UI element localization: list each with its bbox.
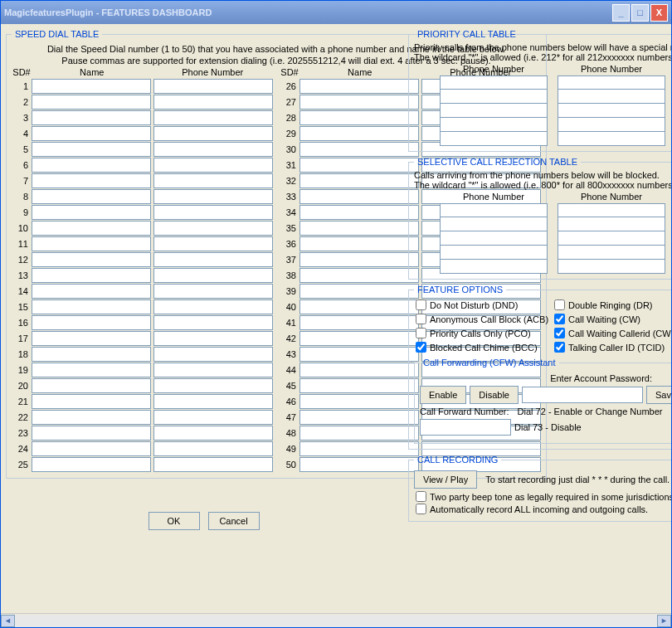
sd-phone-input[interactable] bbox=[153, 252, 273, 267]
sd-name-input[interactable] bbox=[299, 110, 419, 125]
beep-checkbox[interactable] bbox=[416, 491, 426, 502]
sd-name-input[interactable] bbox=[32, 79, 151, 94]
priority-phone-input[interactable] bbox=[558, 90, 665, 104]
sd-name-input[interactable] bbox=[299, 221, 419, 236]
sd-name-input[interactable] bbox=[299, 315, 419, 330]
sd-phone-input[interactable] bbox=[153, 441, 273, 456]
priority-phone-input[interactable] bbox=[440, 75, 548, 90]
sd-phone-input[interactable] bbox=[153, 410, 273, 425]
sd-name-input[interactable] bbox=[32, 173, 151, 188]
sd-name-input[interactable] bbox=[299, 142, 419, 157]
sd-phone-input[interactable] bbox=[153, 299, 273, 314]
sd-name-input[interactable] bbox=[299, 457, 419, 472]
sd-phone-input[interactable] bbox=[153, 315, 273, 330]
option-acb[interactable]: Anonymous Call Block (ACB) bbox=[414, 314, 553, 324]
sd-name-input[interactable] bbox=[299, 158, 419, 173]
sd-name-input[interactable] bbox=[32, 158, 151, 173]
maximize-button[interactable]: □ bbox=[631, 4, 649, 22]
sd-phone-input[interactable] bbox=[153, 95, 273, 110]
sd-phone-input[interactable] bbox=[153, 378, 273, 393]
sd-name-input[interactable] bbox=[32, 110, 151, 125]
pco-checkbox[interactable] bbox=[416, 328, 426, 338]
bcc-checkbox[interactable] bbox=[416, 342, 426, 353]
scroll-right-button[interactable]: ► bbox=[657, 615, 671, 627]
sd-phone-input[interactable] bbox=[153, 331, 273, 346]
sd-name-input[interactable] bbox=[299, 426, 419, 441]
cw-checkbox[interactable] bbox=[554, 314, 565, 324]
sd-phone-input[interactable] bbox=[153, 457, 273, 472]
reject-phone-input[interactable] bbox=[558, 260, 665, 274]
sd-phone-input[interactable] bbox=[153, 284, 273, 299]
option-dnd[interactable]: Do Not Disturb (DND) bbox=[414, 299, 553, 310]
sd-name-input[interactable] bbox=[32, 378, 151, 393]
sd-name-input[interactable] bbox=[299, 173, 419, 188]
sd-phone-input[interactable] bbox=[153, 347, 273, 362]
sd-name-input[interactable] bbox=[299, 95, 419, 110]
sd-name-input[interactable] bbox=[32, 457, 151, 472]
sd-phone-input[interactable] bbox=[153, 142, 273, 157]
sd-name-input[interactable] bbox=[32, 126, 151, 141]
sd-phone-input[interactable] bbox=[153, 221, 273, 236]
option-cwcid[interactable]: Call Waiting Callerid (CWCID) bbox=[553, 328, 671, 338]
cfw-save-button[interactable]: Save bbox=[646, 386, 671, 404]
priority-phone-input[interactable] bbox=[440, 132, 548, 146]
sd-name-input[interactable] bbox=[32, 363, 151, 377]
sd-name-input[interactable] bbox=[32, 95, 151, 110]
sd-phone-input[interactable] bbox=[153, 394, 273, 409]
reject-phone-input[interactable] bbox=[440, 260, 548, 274]
sd-phone-input[interactable] bbox=[153, 205, 273, 220]
sd-phone-input[interactable] bbox=[153, 426, 273, 441]
sd-name-input[interactable] bbox=[299, 268, 419, 283]
option-tcid[interactable]: Talking Caller ID (TCID) bbox=[553, 342, 671, 353]
priority-phone-input[interactable] bbox=[558, 104, 665, 118]
option-cw[interactable]: Call Waiting (CW) bbox=[553, 314, 671, 324]
dnd-checkbox[interactable] bbox=[416, 299, 426, 310]
sd-name-input[interactable] bbox=[299, 363, 419, 377]
sd-name-input[interactable] bbox=[32, 236, 151, 251]
reject-phone-input[interactable] bbox=[440, 246, 548, 260]
scroll-left-button[interactable]: ◄ bbox=[1, 615, 15, 627]
sd-name-input[interactable] bbox=[32, 410, 151, 425]
reject-phone-input[interactable] bbox=[440, 203, 548, 217]
sd-name-input[interactable] bbox=[299, 284, 419, 299]
sd-name-input[interactable] bbox=[299, 205, 419, 220]
sd-name-input[interactable] bbox=[299, 189, 419, 204]
acb-checkbox[interactable] bbox=[416, 314, 426, 324]
sd-name-input[interactable] bbox=[299, 236, 419, 251]
option-pco[interactable]: Priority Calls Only (PCO) bbox=[414, 328, 553, 338]
reject-phone-input[interactable] bbox=[558, 246, 665, 260]
sd-name-input[interactable] bbox=[32, 252, 151, 267]
scroll-track[interactable] bbox=[15, 615, 657, 627]
sd-phone-input[interactable] bbox=[153, 126, 273, 141]
sd-name-input[interactable] bbox=[32, 189, 151, 204]
sd-name-input[interactable] bbox=[299, 79, 419, 94]
sd-name-input[interactable] bbox=[299, 394, 419, 409]
reject-phone-input[interactable] bbox=[558, 203, 665, 217]
horizontal-scrollbar[interactable]: ◄ ► bbox=[1, 613, 671, 627]
ok-button[interactable]: OK bbox=[149, 512, 200, 530]
priority-phone-input[interactable] bbox=[440, 104, 548, 118]
sd-name-input[interactable] bbox=[32, 142, 151, 157]
sd-name-input[interactable] bbox=[299, 331, 419, 346]
sd-name-input[interactable] bbox=[32, 268, 151, 283]
sd-phone-input[interactable] bbox=[153, 363, 273, 377]
cancel-button[interactable]: Cancel bbox=[208, 512, 260, 530]
reject-phone-input[interactable] bbox=[558, 231, 665, 246]
priority-phone-input[interactable] bbox=[558, 118, 665, 132]
reject-phone-input[interactable] bbox=[440, 231, 548, 246]
priority-phone-input[interactable] bbox=[558, 75, 665, 90]
sd-name-input[interactable] bbox=[299, 252, 419, 267]
priority-phone-input[interactable] bbox=[558, 132, 665, 146]
close-button[interactable]: X bbox=[650, 4, 668, 22]
tcid-checkbox[interactable] bbox=[554, 342, 565, 353]
sd-name-input[interactable] bbox=[32, 315, 151, 330]
option-bcc[interactable]: Blocked Call Chime (BCC) bbox=[414, 342, 553, 353]
sd-name-input[interactable] bbox=[32, 426, 151, 441]
cfw-enable-button[interactable]: Enable bbox=[420, 386, 466, 404]
sd-phone-input[interactable] bbox=[153, 173, 273, 188]
sd-name-input[interactable] bbox=[32, 299, 151, 314]
sd-name-input[interactable] bbox=[32, 347, 151, 362]
sd-name-input[interactable] bbox=[299, 410, 419, 425]
cfw-disable-button[interactable]: Disable bbox=[470, 386, 519, 404]
sd-phone-input[interactable] bbox=[153, 79, 273, 94]
